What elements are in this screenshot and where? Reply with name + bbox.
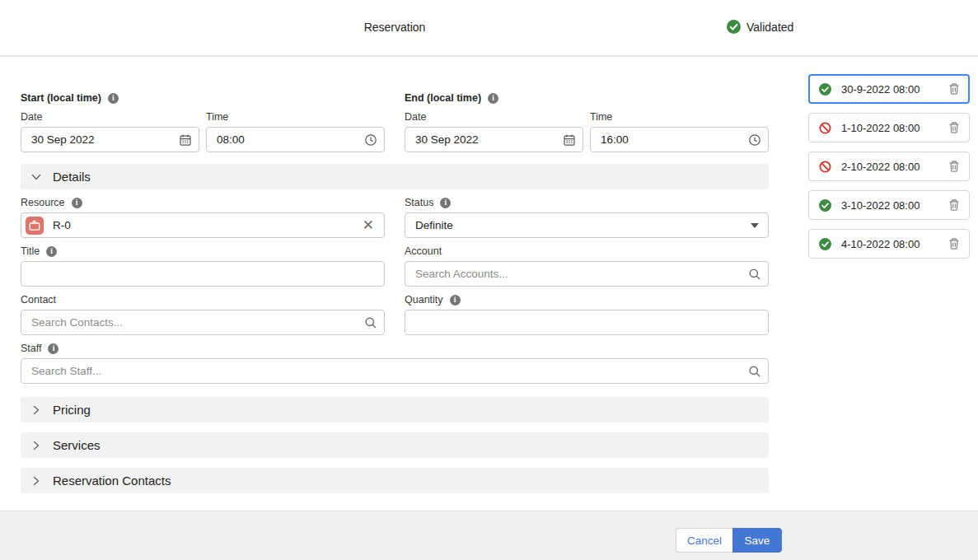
cancel-button[interactable]: Cancel bbox=[676, 528, 732, 553]
valid-check-icon bbox=[819, 83, 831, 96]
resource-label: Resource bbox=[21, 197, 65, 208]
staff-field: Staff i bbox=[21, 343, 769, 384]
delete-occurrence-icon[interactable] bbox=[948, 198, 961, 212]
valid-check-icon bbox=[819, 199, 831, 212]
staff-search-input[interactable] bbox=[21, 358, 769, 384]
start-label: Start (local time) bbox=[21, 92, 101, 104]
account-field: Account bbox=[405, 245, 769, 287]
occurrence-label: 2-10-2022 08:00 bbox=[841, 161, 948, 173]
start-date-input[interactable] bbox=[21, 127, 199, 152]
section-pricing-title: Pricing bbox=[53, 403, 91, 417]
contact-field: Contact bbox=[21, 294, 385, 335]
reservation-dialog: Reservation Validated Start (local time)… bbox=[0, 0, 978, 560]
quantity-input[interactable] bbox=[405, 310, 769, 335]
section-reservation-contacts-title: Reservation Contacts bbox=[53, 474, 171, 488]
occurrence-card[interactable]: 3-10-2022 08:00 bbox=[808, 190, 970, 220]
contact-search-input[interactable] bbox=[21, 310, 385, 335]
start-datetime-block: Start (local time) i Date Time bbox=[21, 92, 385, 152]
section-reservation-contacts[interactable]: Reservation Contacts bbox=[21, 468, 769, 493]
occurrence-list: 30-9-2022 08:00 1-10-2022 08:00 2-10-202… bbox=[808, 74, 970, 268]
end-time-input[interactable] bbox=[590, 127, 769, 152]
occurrence-card[interactable]: 2-10-2022 08:00 bbox=[808, 152, 970, 181]
validation-status-label: Validated bbox=[746, 21, 793, 34]
valid-check-icon bbox=[819, 238, 831, 250]
resource-field: Resource i R-0 ✕ bbox=[21, 197, 385, 238]
search-icon[interactable] bbox=[748, 268, 761, 281]
reservation-form: Start (local time) i Date Time bbox=[21, 92, 769, 493]
clear-resource-icon[interactable]: ✕ bbox=[361, 218, 376, 232]
status-field: Status i Definite bbox=[405, 197, 769, 238]
section-pricing[interactable]: Pricing bbox=[21, 397, 769, 422]
end-date-input[interactable] bbox=[405, 127, 583, 152]
title-input[interactable] bbox=[21, 261, 385, 287]
delete-occurrence-icon[interactable] bbox=[948, 121, 961, 134]
account-search-input[interactable] bbox=[405, 261, 769, 287]
start-info-icon[interactable]: i bbox=[108, 93, 119, 104]
account-label: Account bbox=[405, 245, 442, 257]
occurrence-card[interactable]: 30-9-2022 08:00 bbox=[808, 74, 970, 104]
occurrence-card[interactable]: 1-10-2022 08:00 bbox=[808, 113, 970, 142]
occurrence-label: 4-10-2022 08:00 bbox=[841, 238, 948, 250]
dialog-footer: Cancel Save bbox=[0, 511, 978, 560]
occurrence-card[interactable]: 4-10-2022 08:00 bbox=[808, 229, 970, 259]
occurrence-label: 30-9-2022 08:00 bbox=[841, 83, 948, 96]
status-value: Definite bbox=[415, 219, 453, 231]
validated-check-icon bbox=[727, 20, 741, 34]
end-datetime-block: End (local time) i Date Time bbox=[405, 92, 769, 152]
contact-label: Contact bbox=[21, 294, 56, 306]
save-button[interactable]: Save bbox=[732, 528, 782, 553]
chevron-right-icon bbox=[30, 440, 42, 451]
end-info-icon[interactable]: i bbox=[488, 93, 498, 104]
chevron-down-icon bbox=[30, 171, 42, 183]
calendar-icon[interactable] bbox=[563, 133, 576, 147]
section-services[interactable]: Services bbox=[21, 432, 769, 458]
quantity-label: Quantity bbox=[405, 294, 443, 306]
status-label: Status bbox=[405, 197, 433, 208]
end-date-label: Date bbox=[405, 111, 583, 123]
chevron-right-icon bbox=[30, 404, 42, 416]
invalid-ban-icon bbox=[819, 122, 831, 134]
resource-value: R-0 bbox=[53, 219, 361, 231]
start-date-label: Date bbox=[21, 111, 199, 123]
occurrence-label: 3-10-2022 08:00 bbox=[841, 199, 948, 212]
staff-label: Staff bbox=[21, 343, 41, 354]
invalid-ban-icon bbox=[819, 161, 831, 173]
quantity-field: Quantity i bbox=[405, 294, 769, 335]
delete-occurrence-icon[interactable] bbox=[948, 237, 961, 250]
chevron-right-icon bbox=[30, 475, 42, 487]
quantity-info-icon[interactable]: i bbox=[450, 295, 461, 306]
clock-icon[interactable] bbox=[364, 133, 377, 147]
staff-info-icon[interactable]: i bbox=[48, 343, 58, 354]
resource-pill[interactable]: R-0 ✕ bbox=[21, 212, 385, 238]
title-info-icon[interactable]: i bbox=[46, 246, 57, 257]
start-time-label: Time bbox=[206, 111, 385, 123]
clock-icon[interactable] bbox=[748, 133, 761, 147]
dialog-header: Reservation Validated bbox=[0, 0, 978, 57]
end-time-label: Time bbox=[590, 111, 769, 123]
status-select[interactable]: Definite bbox=[405, 212, 769, 238]
validation-status: Validated bbox=[727, 20, 793, 34]
calendar-icon[interactable] bbox=[179, 133, 192, 147]
search-icon[interactable] bbox=[364, 316, 377, 329]
title-label: Title bbox=[21, 245, 40, 257]
dropdown-caret-icon bbox=[751, 223, 759, 228]
status-info-icon[interactable]: i bbox=[440, 198, 451, 208]
resource-tv-icon bbox=[26, 217, 44, 235]
section-details[interactable]: Details bbox=[21, 164, 769, 189]
search-icon[interactable] bbox=[748, 365, 761, 378]
section-services-title: Services bbox=[53, 438, 101, 452]
resource-info-icon[interactable]: i bbox=[72, 198, 82, 208]
page-title: Reservation bbox=[364, 21, 426, 34]
start-time-input[interactable] bbox=[206, 127, 385, 152]
delete-occurrence-icon[interactable] bbox=[948, 82, 961, 96]
title-field: Title i bbox=[21, 245, 385, 287]
end-label: End (local time) bbox=[405, 92, 481, 104]
section-details-title: Details bbox=[53, 170, 91, 184]
occurrence-label: 1-10-2022 08:00 bbox=[841, 122, 948, 134]
delete-occurrence-icon[interactable] bbox=[948, 160, 961, 173]
